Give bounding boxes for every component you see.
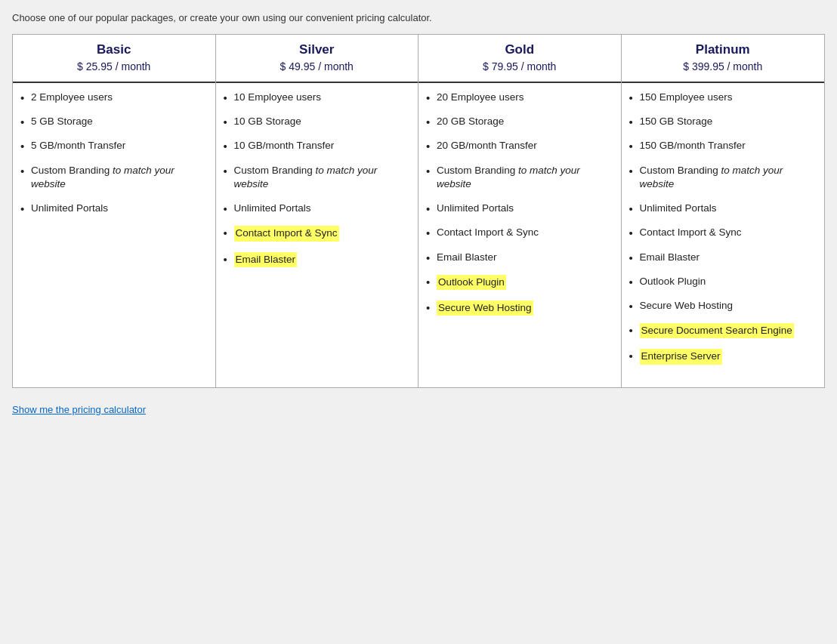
plan-col-silver: Silver$ 49.95 / month10 Employee users10…: [216, 35, 419, 387]
plan-header-basic: Basic$ 25.95 / month: [13, 35, 215, 83]
plan-price-silver: $ 49.95 / month: [222, 60, 412, 72]
list-item: 10 GB/month Transfer: [224, 139, 411, 153]
list-item: 5 GB/month Transfer: [20, 139, 208, 153]
plan-col-platinum: Platinum$ 399.95 / month150 Employee use…: [622, 35, 825, 387]
list-item: Secure Web Hosting: [629, 299, 817, 313]
plan-price-platinum: $ 399.95 / month: [628, 60, 819, 72]
list-item: Secure Document Search Engine: [629, 323, 817, 338]
list-item: 10 Employee users: [224, 91, 411, 104]
list-item: Unlimited Portals: [426, 202, 613, 215]
list-item: Custom Branding to match your website: [20, 164, 208, 191]
plan-features-basic: 2 Employee users5 GB Storage5 GB/month T…: [13, 83, 215, 238]
list-item: 10 GB Storage: [224, 115, 411, 128]
plan-header-platinum: Platinum$ 399.95 / month: [622, 35, 825, 83]
list-item: Email Blaster: [426, 251, 613, 264]
plan-col-gold: Gold$ 79.95 / month20 Employee users20 G…: [418, 35, 622, 387]
list-item: 150 Employee users: [629, 91, 817, 104]
footer-link-container: Show me the pricing calculator: [12, 403, 825, 415]
list-item: 20 GB/month Transfer: [426, 139, 613, 153]
plan-name-gold: Gold: [425, 42, 615, 57]
list-item: Contact Import & Sync: [629, 226, 817, 239]
plan-name-platinum: Platinum: [628, 42, 819, 57]
list-item: 2 Employee users: [20, 91, 208, 104]
plan-price-gold: $ 79.95 / month: [425, 60, 615, 72]
list-item: Contact Import & Sync: [224, 226, 411, 241]
plan-features-platinum: 150 Employee users150 GB Storage150 GB/m…: [622, 83, 825, 387]
list-item: 150 GB Storage: [629, 115, 817, 128]
list-item: Outlook Plugin: [426, 275, 613, 290]
plan-col-basic: Basic$ 25.95 / month2 Employee users5 GB…: [13, 35, 216, 387]
list-item: 20 GB Storage: [426, 115, 613, 128]
list-item: Unlimited Portals: [224, 202, 411, 215]
plan-name-silver: Silver: [222, 42, 412, 57]
plan-name-basic: Basic: [19, 42, 209, 57]
list-item: Email Blaster: [629, 251, 817, 264]
plan-features-gold: 20 Employee users20 GB Storage20 GB/mont…: [418, 83, 621, 338]
list-item: Custom Branding to match your website: [224, 164, 411, 191]
list-item: Secure Web Hosting: [426, 300, 613, 316]
list-item: Unlimited Portals: [20, 202, 208, 215]
pricing-table: Basic$ 25.95 / month2 Employee users5 GB…: [12, 34, 825, 388]
list-item: Custom Branding to match your website: [629, 164, 817, 191]
plan-header-gold: Gold$ 79.95 / month: [418, 35, 621, 83]
list-item: Email Blaster: [224, 252, 411, 267]
intro-text: Choose one of our popular packages, or c…: [12, 12, 825, 23]
list-item: Contact Import & Sync: [426, 226, 613, 239]
plan-features-silver: 10 Employee users10 GB Storage10 GB/mont…: [216, 83, 418, 290]
list-item: 150 GB/month Transfer: [629, 139, 817, 153]
list-item: 5 GB Storage: [20, 115, 208, 128]
list-item: Custom Branding to match your website: [426, 164, 613, 191]
list-item: 20 Employee users: [426, 91, 613, 104]
plan-header-silver: Silver$ 49.95 / month: [216, 35, 418, 83]
list-item: Unlimited Portals: [629, 202, 817, 215]
list-item: Enterprise Server: [629, 349, 817, 364]
plan-price-basic: $ 25.95 / month: [19, 60, 209, 72]
pricing-calculator-link[interactable]: Show me the pricing calculator: [12, 404, 146, 415]
list-item: Outlook Plugin: [629, 275, 817, 288]
